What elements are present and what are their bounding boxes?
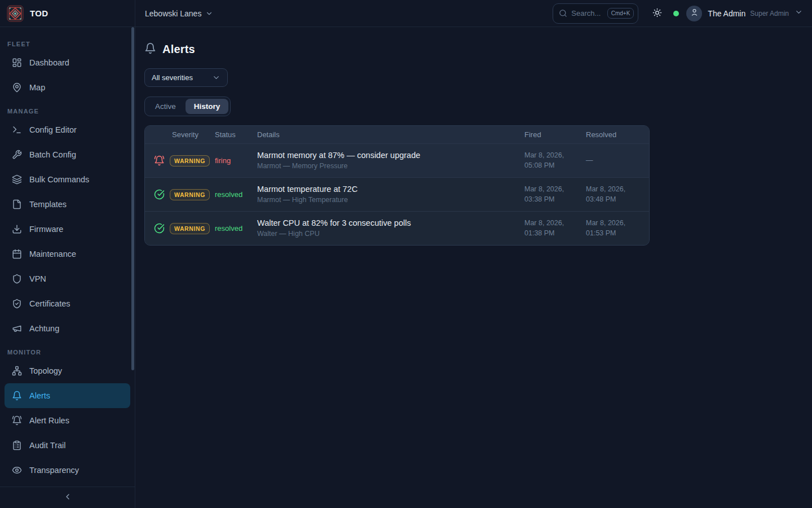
severity-cell: WARNING (145, 155, 215, 167)
sidebar-item-transparency[interactable]: Transparency (5, 458, 130, 483)
search-icon (559, 9, 567, 17)
bell-icon (12, 391, 22, 401)
org-switcher[interactable]: Lebowski Lanes (145, 9, 213, 18)
logo-area: TOD (0, 0, 135, 27)
sidebar-item-audit-trail[interactable]: Audit Trail (5, 433, 130, 458)
page-title: Alerts (162, 43, 195, 56)
megaphone-icon (12, 323, 22, 334)
page-header: Alerts (144, 42, 803, 56)
alert-fired-time: Mar 8, 2026, 03:38 PM (524, 185, 586, 204)
sidebar-item-topology[interactable]: Topology (5, 358, 130, 383)
alert-row[interactable]: WARNINGresolvedWalter CPU at 82% for 3 c… (145, 211, 649, 245)
eye-icon (12, 465, 22, 475)
alert-resolved-time: — (586, 156, 649, 166)
sidebar-item-label: Firmware (29, 225, 63, 234)
alert-subtitle: Walter — High CPU (257, 230, 515, 238)
severity-cell: WARNING (145, 223, 215, 234)
sun-icon (652, 8, 662, 19)
global-search[interactable]: Cmd+K (553, 3, 638, 24)
shield-icon (12, 274, 22, 284)
user-role-badge: Super Admin (750, 10, 789, 17)
sidebar-item-label: Dashboard (29, 58, 69, 67)
sidebar-item-templates[interactable]: Templates (5, 192, 130, 217)
alert-resolved-time: Mar 8, 2026, 03:48 PM (586, 185, 649, 204)
terminal-icon (12, 125, 22, 135)
bell-icon (144, 42, 156, 56)
app-name: TOD (30, 8, 48, 18)
sidebar-item-label: Audit Trail (29, 441, 65, 450)
severity-badge: WARNING (170, 155, 210, 167)
sidebar-item-label: Map (29, 83, 45, 92)
sidebar-item-label: Bulk Commands (29, 175, 89, 184)
severity-filter-select[interactable]: All severities (144, 68, 228, 87)
sidebar-item-batch-config[interactable]: Batch Config (5, 142, 130, 167)
clipboard-list-icon (12, 440, 22, 450)
sidebar-section-label: MANAGE (7, 108, 127, 115)
search-input[interactable] (571, 9, 603, 17)
sidebar-item-alert-rules[interactable]: Alert Rules (5, 408, 130, 433)
alert-fired-time: Mar 8, 2026, 05:08 PM (524, 151, 586, 170)
sidebar-item-label: Config Editor (29, 125, 77, 134)
severity-badge: WARNING (170, 223, 210, 234)
sidebar-collapse-button[interactable] (0, 487, 135, 508)
network-icon (12, 366, 22, 376)
alert-row[interactable]: WARNINGfiringMarmot memory at 87% — cons… (145, 143, 649, 177)
chevron-left-icon (63, 492, 72, 503)
online-status-dot (673, 11, 679, 16)
user-name: The Admin (708, 9, 745, 18)
alert-title: Marmot temperature at 72C (257, 185, 515, 194)
column-header-status: Status (215, 130, 257, 139)
download-icon (12, 224, 22, 234)
sidebar-item-label: Alert Rules (29, 416, 69, 425)
sidebar-item-maintenance[interactable]: Maintenance (5, 242, 130, 266)
alert-details: Walter CPU at 82% for 3 consecutive poll… (257, 213, 524, 244)
sidebar-item-config-editor[interactable]: Config Editor (5, 117, 130, 142)
layout-dashboard-icon (12, 58, 22, 68)
sidebar-item-label: Maintenance (29, 249, 76, 259)
theme-toggle-button[interactable] (652, 8, 662, 19)
chevron-down-icon (795, 8, 803, 19)
wrench-icon (12, 150, 22, 160)
main-content: Alerts All severities ActiveHistory Seve… (135, 27, 812, 508)
sidebar-item-dashboard[interactable]: Dashboard (5, 50, 130, 75)
alert-row[interactable]: WARNINGresolvedMarmot temperature at 72C… (145, 177, 649, 211)
bell-ring-icon (154, 155, 165, 166)
user-menu-chevron[interactable] (795, 8, 803, 19)
severity-badge: WARNING (170, 189, 210, 200)
map-pin-icon (12, 82, 22, 93)
sidebar-item-alerts[interactable]: Alerts (5, 383, 130, 408)
sidebar-item-label: Achtung (29, 324, 59, 333)
check-circle-icon (154, 223, 165, 234)
sidebar-item-achtung[interactable]: Achtung (5, 316, 130, 341)
sidebar-item-bulk-commands[interactable]: Bulk Commands (5, 167, 130, 192)
sidebar: FLEETDashboardMapMANAGEConfig EditorBatc… (0, 27, 135, 508)
search-shortcut-kbd: Cmd+K (607, 8, 634, 19)
alert-status: resolved (215, 224, 257, 233)
column-header-severity: Severity (145, 130, 215, 139)
avatar[interactable] (686, 6, 702, 21)
sidebar-item-firmware[interactable]: Firmware (5, 217, 130, 242)
sidebar-scrollbar[interactable] (131, 27, 134, 370)
alerts-table: SeverityStatusDetailsFiredResolved WARNI… (144, 125, 650, 246)
alerts-view-tabs: ActiveHistory (144, 97, 231, 116)
tab-active[interactable]: Active (147, 99, 184, 114)
sidebar-item-vpn[interactable]: VPN (5, 266, 130, 291)
org-name: Lebowski Lanes (145, 9, 201, 18)
sidebar-item-map[interactable]: Map (5, 75, 130, 100)
alert-status: resolved (215, 190, 257, 199)
shield-check-icon (12, 299, 22, 309)
severity-filter-value: All severities (152, 73, 193, 82)
sidebar-item-label: Alerts (29, 391, 50, 400)
column-header-details: Details (257, 130, 524, 139)
tab-history[interactable]: History (186, 99, 229, 114)
chevron-down-icon (212, 73, 220, 82)
alert-title: Marmot memory at 87% — consider upgrade (257, 151, 515, 160)
sidebar-item-label: Transparency (29, 466, 79, 475)
sidebar-item-certificates[interactable]: Certificates (5, 291, 130, 316)
sidebar-item-label: Templates (29, 200, 67, 209)
sidebar-item-label: Certificates (29, 299, 70, 308)
alert-status: firing (215, 156, 257, 165)
file-icon (12, 199, 22, 209)
sidebar-nav: FLEETDashboardMapMANAGEConfig EditorBatc… (0, 27, 135, 483)
top-bar: TOD Lebowski Lanes Cmd+K The Admin Super… (0, 0, 812, 27)
